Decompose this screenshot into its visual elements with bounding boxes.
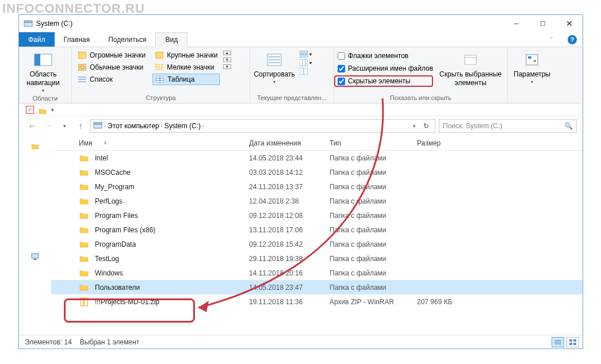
col-type[interactable]: Тип bbox=[330, 136, 417, 150]
status-selection: Выбран 1 элемент bbox=[80, 338, 139, 346]
view-huge[interactable]: Огромные значки bbox=[75, 49, 148, 61]
thumbnails-view-button[interactable] bbox=[566, 337, 579, 347]
tab-main[interactable]: Главная bbox=[55, 32, 99, 47]
item-checkboxes-toggle[interactable]: Флажки элементов bbox=[338, 50, 433, 62]
add-columns-button[interactable]: ▾ bbox=[300, 59, 312, 66]
minimize-button[interactable]: ─ bbox=[503, 15, 530, 32]
item-date: 14.05.2018 23:44 bbox=[249, 154, 330, 162]
item-name: My_Program bbox=[95, 183, 249, 191]
svg-rect-5 bbox=[155, 52, 163, 59]
folder-icon bbox=[79, 254, 89, 263]
item-type: Архив ZIP - WinRAR bbox=[330, 298, 417, 306]
svg-rect-47 bbox=[83, 298, 85, 306]
tab-share[interactable]: Поделиться bbox=[99, 32, 155, 47]
col-name[interactable]: Имя bbox=[79, 139, 92, 147]
svg-rect-11 bbox=[158, 64, 160, 66]
view-large[interactable]: Крупные значки bbox=[152, 49, 220, 61]
svg-rect-9 bbox=[83, 68, 86, 71]
list-item[interactable]: Windows14.11.2018 20:16Папка с файлами bbox=[51, 266, 583, 280]
navigation-pane-button[interactable]: Область навигации ▾ bbox=[22, 49, 64, 94]
sort-button[interactable]: Сортировать▾ bbox=[254, 49, 295, 85]
hide-selected-button[interactable]: Скрыть выбранные элементы bbox=[439, 49, 502, 87]
svg-rect-32 bbox=[300, 59, 308, 66]
forward-button[interactable]: → bbox=[42, 120, 55, 132]
group-by-button[interactable]: ▾ bbox=[300, 51, 312, 58]
list-item[interactable]: PerfLogs12.04.2018 2:38Папка с файлами bbox=[51, 194, 583, 208]
back-button[interactable]: ← bbox=[26, 120, 39, 132]
svg-rect-51 bbox=[569, 339, 572, 342]
tree-folder-icon bbox=[31, 141, 39, 148]
list-item[interactable]: Intel14.05.2018 23:44Папка с файлами bbox=[51, 151, 583, 165]
item-date: 14.11.2018 20:16 bbox=[249, 269, 330, 277]
breadcrumb-bar[interactable]: › Этот компьютер› System (C:)› ▾ ↻ bbox=[90, 119, 435, 133]
item-type: Папка с файлами bbox=[330, 283, 417, 292]
tree-pc-icon bbox=[30, 252, 40, 262]
ribbon-collapse[interactable]: ˆ bbox=[541, 32, 562, 47]
col-size[interactable]: Размер bbox=[417, 136, 497, 150]
qat-dropdown[interactable]: ▾ bbox=[51, 107, 54, 113]
folder-icon bbox=[79, 225, 89, 235]
layout-more[interactable]: ▾ bbox=[223, 64, 231, 69]
folder-icon bbox=[79, 240, 89, 249]
group-layout-label: Структура bbox=[75, 93, 246, 103]
col-date[interactable]: Дата изменения bbox=[249, 136, 330, 150]
svg-rect-8 bbox=[78, 68, 82, 71]
item-name: Intel bbox=[95, 154, 249, 162]
size-columns-button[interactable] bbox=[300, 68, 312, 75]
status-bar: Элементов: 14 Выбран 1 элемент bbox=[19, 335, 583, 348]
list-item[interactable]: MSOCache03.03.2018 14:12Папка с файлами bbox=[51, 165, 583, 179]
maximize-button[interactable]: ☐ bbox=[530, 15, 556, 32]
folder-icon bbox=[79, 154, 89, 163]
item-name: Windows bbox=[95, 269, 249, 277]
item-type: Папка с файлами bbox=[330, 255, 417, 263]
item-type: Папка с файлами bbox=[330, 197, 417, 205]
refresh-button[interactable]: ↻ bbox=[420, 122, 432, 130]
options-button[interactable]: Параметры▾ bbox=[511, 49, 553, 85]
list-item[interactable]: !!!Projects-MD-01.zip19.11.2018 11:36Арх… bbox=[51, 294, 583, 309]
view-list[interactable]: Список bbox=[75, 74, 148, 85]
qat-checkbox[interactable]: ✓ bbox=[26, 106, 34, 114]
list-item[interactable]: ProgramData09.12.2018 15:42Папка с файла… bbox=[51, 237, 583, 251]
list-item[interactable]: Program Files09.12.2018 12:08Папка с фай… bbox=[51, 208, 583, 223]
list-item[interactable]: TestLog29.11.2018 19:38Папка с файлами bbox=[51, 251, 583, 266]
list-item[interactable]: My_Program24.11.2018 13:37Папка с файлам… bbox=[51, 179, 583, 194]
svg-rect-6 bbox=[78, 64, 82, 67]
search-placeholder: Поиск: System (C:) bbox=[443, 122, 502, 130]
status-count: Элементов: 14 bbox=[25, 338, 72, 346]
view-medium[interactable]: Обычные значки bbox=[75, 62, 148, 73]
search-input[interactable]: Поиск: System (C:) 🔍 bbox=[439, 119, 577, 133]
tab-view[interactable]: Вид bbox=[155, 32, 187, 47]
qat-folder-icon bbox=[39, 106, 47, 113]
layout-scroll-down[interactable]: ▾ bbox=[223, 58, 231, 62]
details-view-button[interactable] bbox=[552, 337, 564, 347]
crumb-drive[interactable]: System (C:)› bbox=[164, 122, 204, 130]
breadcrumb-dropdown[interactable]: ▾ bbox=[411, 123, 418, 129]
svg-rect-37 bbox=[465, 55, 476, 64]
hidden-items-toggle[interactable]: Скрытые элементы bbox=[334, 75, 433, 87]
view-table[interactable]: Таблица bbox=[152, 74, 220, 85]
close-button[interactable]: ✕ bbox=[556, 15, 583, 32]
options-icon bbox=[523, 51, 541, 69]
svg-rect-0 bbox=[24, 22, 32, 26]
hide-icon bbox=[461, 51, 480, 69]
layout-scroll-up[interactable]: ▴ bbox=[223, 51, 231, 55]
item-size: 207 969 КБ bbox=[417, 298, 497, 306]
search-icon: 🔍 bbox=[564, 122, 573, 130]
navigation-tree[interactable] bbox=[19, 136, 51, 335]
tab-file[interactable]: Файл bbox=[19, 32, 55, 47]
folder-icon bbox=[79, 269, 89, 278]
item-date: 24.11.2018 13:37 bbox=[249, 183, 330, 191]
svg-rect-15 bbox=[161, 66, 163, 68]
file-extensions-toggle[interactable]: Расширения имен файлов bbox=[338, 63, 433, 74]
svg-rect-40 bbox=[528, 56, 531, 59]
list-item[interactable]: Пользователи14.05.2018 23:47Папка с файл… bbox=[51, 280, 583, 294]
up-button[interactable]: ↑ bbox=[74, 120, 87, 132]
view-small[interactable]: Мелкие значки bbox=[152, 62, 220, 73]
help-button[interactable]: ? bbox=[562, 32, 583, 47]
list-item[interactable]: Program Files (x86)13.11.2018 17:06Папка… bbox=[51, 223, 583, 237]
zip-icon bbox=[79, 297, 89, 306]
svg-rect-7 bbox=[83, 64, 86, 67]
crumb-pc[interactable]: Этот компьютер› bbox=[108, 122, 163, 130]
titlebar: System (C:) ─ ☐ ✕ bbox=[19, 15, 583, 32]
recent-dropdown[interactable]: ▾ bbox=[58, 120, 71, 132]
